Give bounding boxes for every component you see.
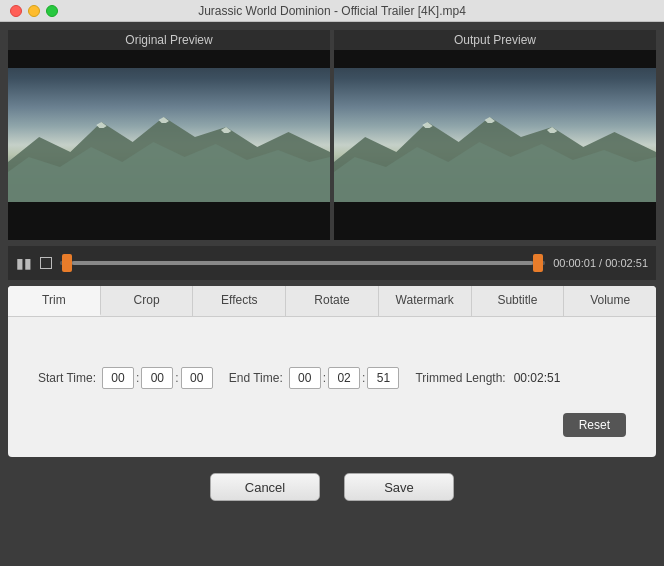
trimmed-length-value: 00:02:51 xyxy=(514,371,561,385)
start-time-group: Start Time: : : xyxy=(38,367,213,389)
end-time-inputs: : : xyxy=(289,367,400,389)
window-controls xyxy=(10,5,58,17)
title-bar: Jurassic World Dominion - Official Trail… xyxy=(0,0,664,22)
bottom-panel: Trim Crop Effects Rotate Watermark Subti… xyxy=(8,286,656,457)
tab-watermark[interactable]: Watermark xyxy=(379,286,472,316)
tab-subtitle[interactable]: Subtitle xyxy=(472,286,565,316)
output-preview-image xyxy=(334,50,656,240)
scrubber-right-handle[interactable] xyxy=(533,254,543,272)
start-time-label: Start Time: xyxy=(38,371,96,385)
trimmed-length-label: Trimmed Length: xyxy=(415,371,505,385)
start-hours-input[interactable] xyxy=(102,367,134,389)
trim-content: Start Time: : : End Time: : xyxy=(8,317,656,457)
scrubber-left-handle[interactable] xyxy=(62,254,72,272)
tab-volume[interactable]: Volume xyxy=(564,286,656,316)
play-button[interactable]: ▮▮ xyxy=(16,255,32,271)
start-minutes-input[interactable] xyxy=(141,367,173,389)
timeline-row: ▮▮ 00:00:01 / 00:02:51 xyxy=(8,246,656,280)
original-preview-label: Original Preview xyxy=(8,30,330,50)
reset-button[interactable]: Reset xyxy=(563,413,626,437)
time-fields-row: Start Time: : : End Time: : xyxy=(38,367,626,389)
start-sep2: : xyxy=(175,371,178,385)
cancel-button[interactable]: Cancel xyxy=(210,473,320,501)
start-sep1: : xyxy=(136,371,139,385)
output-preview-label: Output Preview xyxy=(334,30,656,50)
original-mountains xyxy=(8,102,330,202)
tab-trim[interactable]: Trim xyxy=(8,286,101,316)
start-time-inputs: : : xyxy=(102,367,213,389)
maximize-button[interactable] xyxy=(46,5,58,17)
main-container: Original Preview Output Preview xyxy=(0,22,664,517)
tab-crop[interactable]: Crop xyxy=(101,286,194,316)
output-mountains xyxy=(334,102,656,202)
end-hours-input[interactable] xyxy=(289,367,321,389)
original-preview-panel: Original Preview xyxy=(8,30,330,240)
end-seconds-input[interactable] xyxy=(367,367,399,389)
output-preview-panel: Output Preview xyxy=(334,30,656,240)
scrubber[interactable] xyxy=(60,261,545,265)
preview-row: Original Preview Output Preview xyxy=(8,30,656,240)
start-seconds-input[interactable] xyxy=(181,367,213,389)
tabs-row: Trim Crop Effects Rotate Watermark Subti… xyxy=(8,286,656,317)
tab-rotate[interactable]: Rotate xyxy=(286,286,379,316)
end-time-label: End Time: xyxy=(229,371,283,385)
original-preview-image xyxy=(8,50,330,240)
minimize-button[interactable] xyxy=(28,5,40,17)
end-minutes-input[interactable] xyxy=(328,367,360,389)
trimmed-length-group: Trimmed Length: 00:02:51 xyxy=(415,371,560,385)
end-sep1: : xyxy=(323,371,326,385)
window-title: Jurassic World Dominion - Official Trail… xyxy=(198,4,466,18)
save-button[interactable]: Save xyxy=(344,473,454,501)
stop-button[interactable] xyxy=(40,257,52,269)
end-time-group: End Time: : : xyxy=(229,367,400,389)
close-button[interactable] xyxy=(10,5,22,17)
reset-row: Reset xyxy=(38,413,626,437)
tab-effects[interactable]: Effects xyxy=(193,286,286,316)
scrubber-progress xyxy=(72,261,533,265)
footer-row: Cancel Save xyxy=(8,463,656,509)
time-display: 00:00:01 / 00:02:51 xyxy=(553,257,648,269)
end-sep2: : xyxy=(362,371,365,385)
